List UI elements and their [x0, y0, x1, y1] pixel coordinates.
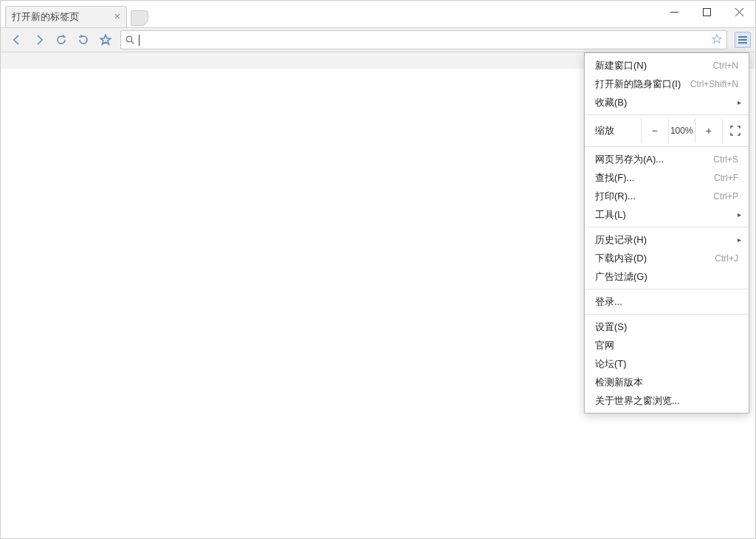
menu-incognito[interactable]: 打开新的隐身窗口(I)Ctrl+Shift+N: [585, 75, 749, 93]
chevron-right-icon: ▸: [738, 236, 741, 244]
svg-marker-7: [712, 34, 721, 42]
menu-settings[interactable]: 设置(S): [585, 317, 749, 336]
menu-homepage[interactable]: 官网: [585, 336, 749, 354]
menu-bookmarks[interactable]: 收藏(B)▸: [585, 93, 749, 111]
menu-separator: [585, 114, 749, 115]
new-tab-button[interactable]: [131, 10, 148, 26]
menu-history[interactable]: 历史记录(H)▸: [585, 230, 749, 249]
close-window-button[interactable]: [723, 1, 755, 23]
zoom-value: 100%: [668, 118, 695, 143]
menu-separator: [585, 227, 749, 227]
back-button[interactable]: [10, 32, 24, 47]
main-menu: 新建窗口(N)Ctrl+N 打开新的隐身窗口(I)Ctrl+Shift+N 收藏…: [584, 52, 749, 413]
menu-separator: [585, 146, 749, 147]
tab-title: 打开新的标签页: [12, 10, 79, 24]
zoom-out-button[interactable]: −: [641, 118, 668, 143]
menu-new-window[interactable]: 新建窗口(N)Ctrl+N: [585, 56, 749, 75]
zoom-label: 缩放: [595, 124, 641, 137]
browser-tab[interactable]: 打开新的标签页 ×: [5, 6, 127, 27]
toolbar: [1, 28, 755, 52]
address-bar[interactable]: [120, 30, 727, 49]
fullscreen-button[interactable]: [722, 118, 749, 143]
window-controls: [658, 1, 755, 23]
menu-separator: [585, 289, 749, 289]
menu-signin[interactable]: 登录...: [585, 292, 749, 311]
forward-button[interactable]: [32, 32, 47, 47]
zoom-in-button[interactable]: +: [695, 118, 722, 143]
menu-adblock[interactable]: 广告过滤(G): [585, 267, 749, 286]
close-icon[interactable]: ×: [114, 11, 120, 21]
undo-button[interactable]: [76, 32, 91, 47]
menu-forum[interactable]: 论坛(T): [585, 354, 749, 373]
title-bar: 打开新的标签页 ×: [1, 1, 755, 28]
chevron-right-icon: ▸: [738, 210, 741, 219]
menu-tools[interactable]: 工具(L)▸: [585, 205, 749, 224]
main-menu-button[interactable]: [735, 32, 751, 48]
svg-marker-4: [100, 35, 111, 44]
menu-find[interactable]: 查找(F)...Ctrl+F: [585, 168, 749, 187]
reload-button[interactable]: [54, 32, 69, 47]
menu-about[interactable]: 关于世界之窗浏览...: [585, 391, 749, 410]
svg-rect-1: [703, 8, 710, 16]
minimize-button[interactable]: [658, 1, 690, 23]
search-icon: [126, 35, 134, 44]
svg-point-5: [126, 36, 132, 42]
bookmark-button[interactable]: [98, 32, 113, 47]
text-cursor: [139, 35, 140, 46]
menu-zoom: 缩放 − 100% +: [585, 118, 749, 143]
svg-line-6: [131, 41, 134, 44]
menu-downloads[interactable]: 下载内容(D)Ctrl+J: [585, 249, 749, 267]
menu-save-as[interactable]: 网页另存为(A)...Ctrl+S: [585, 150, 749, 168]
maximize-button[interactable]: [690, 1, 723, 23]
menu-print[interactable]: 打印(R)...Ctrl+P: [585, 187, 749, 205]
menu-update[interactable]: 检测新版本: [585, 373, 749, 391]
bookmark-star-icon[interactable]: [712, 34, 722, 47]
chevron-right-icon: ▸: [738, 98, 741, 106]
menu-separator: [585, 314, 749, 315]
